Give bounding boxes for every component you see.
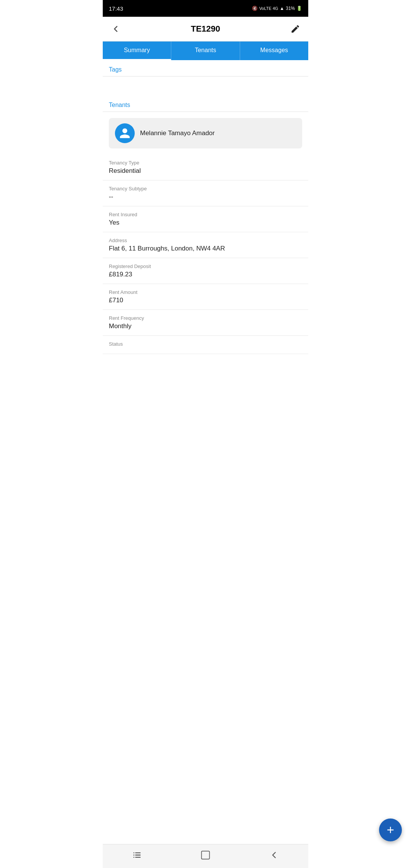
tenancy-subtype-row: Tenancy Subtype -- <box>103 180 308 206</box>
tab-tenants[interactable]: Tenants <box>171 41 240 60</box>
tenancy-type-row: Tenancy Type Residential <box>103 155 308 180</box>
tab-summary[interactable]: Summary <box>103 41 171 60</box>
rent-frequency-value: Monthly <box>109 322 302 330</box>
tags-empty-area <box>103 77 308 96</box>
rent-insured-label: Rent Insured <box>109 212 302 217</box>
status-row: Status <box>103 336 308 354</box>
edit-button[interactable] <box>288 22 302 36</box>
battery-text: 31% <box>286 6 295 11</box>
status-label: Status <box>109 341 302 347</box>
rent-frequency-label: Rent Frequency <box>109 315 302 321</box>
network-icon: VoLTE 4G <box>259 6 278 11</box>
tenant-avatar <box>115 123 135 143</box>
tab-messages[interactable]: Messages <box>240 41 308 60</box>
rent-insured-row: Rent Insured Yes <box>103 206 308 232</box>
tenants-section-header: Tenants <box>103 96 308 112</box>
tags-section-header: Tags <box>103 60 308 77</box>
registered-deposit-value: £819.23 <box>109 271 302 278</box>
tenancy-type-label: Tenancy Type <box>109 160 302 166</box>
rent-insured-value: Yes <box>109 219 302 227</box>
mute-icon: 🔇 <box>252 6 258 11</box>
status-icons: 🔇 VoLTE 4G ▲ 31% 🔋 <box>252 6 302 11</box>
tenancy-subtype-value: -- <box>109 193 302 201</box>
tenant-name: Melannie Tamayo Amador <box>140 129 215 137</box>
tenants-section-title: Tenants <box>109 102 130 108</box>
header: TE1290 <box>103 17 308 41</box>
battery-icon: 🔋 <box>296 6 302 11</box>
back-button[interactable] <box>109 22 123 36</box>
address-value: Flat 6, 11 Burroughs, London, NW4 4AR <box>109 245 302 252</box>
tenant-card[interactable]: Melannie Tamayo Amador <box>109 118 302 148</box>
rent-amount-label: Rent Amount <box>109 289 302 295</box>
rent-frequency-row: Rent Frequency Monthly <box>103 310 308 336</box>
tenancy-type-value: Residential <box>109 167 302 175</box>
rent-amount-value: £710 <box>109 297 302 304</box>
tags-section-title: Tags <box>109 66 122 73</box>
tab-bar: Summary Tenants Messages <box>103 41 308 60</box>
registered-deposit-row: Registered Deposit £819.23 <box>103 258 308 284</box>
rent-amount-row: Rent Amount £710 <box>103 284 308 310</box>
address-label: Address <box>109 238 302 243</box>
content: Tags Tenants Melannie Tamayo Amador Tena… <box>103 60 308 400</box>
registered-deposit-label: Registered Deposit <box>109 263 302 269</box>
address-row: Address Flat 6, 11 Burroughs, London, NW… <box>103 232 308 258</box>
status-time: 17:43 <box>109 5 123 12</box>
status-bar: 17:43 🔇 VoLTE 4G ▲ 31% 🔋 <box>103 0 308 17</box>
tenancy-subtype-label: Tenancy Subtype <box>109 186 302 191</box>
page-title: TE1290 <box>191 24 220 34</box>
signal-icon: ▲ <box>280 6 284 11</box>
